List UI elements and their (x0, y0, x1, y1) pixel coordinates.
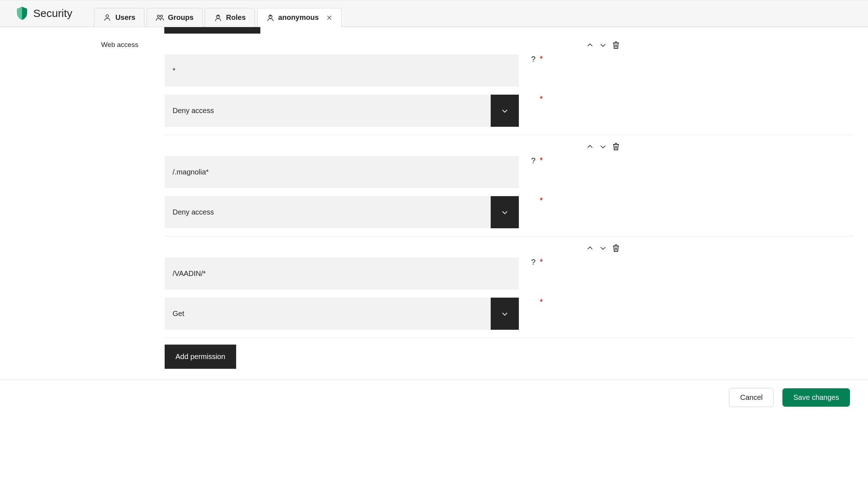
tab-roles[interactable]: Roles (205, 8, 255, 27)
help-icon[interactable]: ? (531, 55, 535, 64)
help-icon[interactable]: ? (531, 258, 535, 267)
permission-row: ? * Get ? * (165, 243, 854, 338)
role-icon (214, 14, 222, 22)
tab-label: Users (115, 13, 135, 22)
required-indicator: * (540, 196, 543, 204)
access-select-label: Deny access (165, 196, 491, 228)
row-controls (165, 142, 628, 152)
required-indicator: * (540, 156, 543, 164)
tab-groups[interactable]: Groups (147, 8, 203, 27)
cropped-element-remnant (164, 27, 260, 34)
delete-button[interactable] (611, 243, 621, 253)
shield-icon (16, 6, 28, 21)
tab-users[interactable]: Users (94, 8, 144, 27)
tab-anonymous[interactable]: anonymous (257, 8, 342, 27)
svg-point-6 (269, 15, 272, 18)
permission-row: ? * Deny access ? * (165, 40, 854, 135)
footer-actions: Cancel Save changes (0, 380, 868, 415)
tab-label: Groups (168, 13, 194, 22)
access-select-label: Get (165, 298, 491, 330)
required-indicator: * (540, 95, 543, 103)
move-down-button[interactable] (598, 40, 608, 50)
save-button[interactable]: Save changes (782, 388, 850, 407)
permission-row: ? * Deny access ? * (165, 142, 854, 237)
delete-button[interactable] (611, 142, 621, 152)
move-up-button[interactable] (585, 40, 595, 50)
user-icon (103, 14, 112, 22)
header-bar: Security Users Groups (0, 3, 868, 27)
chevron-down-icon (491, 298, 519, 330)
tab-label: Roles (226, 13, 246, 22)
app-title: Security (33, 7, 72, 20)
tab-bar: Users Groups Roles (94, 8, 343, 26)
path-input[interactable] (165, 156, 519, 188)
chevron-down-icon (491, 95, 519, 127)
chevron-down-icon (491, 196, 519, 228)
tab-label: anonymous (278, 13, 319, 22)
required-indicator: * (540, 298, 543, 306)
svg-point-0 (106, 14, 109, 17)
close-icon[interactable] (326, 14, 333, 21)
move-down-button[interactable] (598, 142, 608, 152)
svg-point-4 (217, 15, 220, 18)
users-icon (156, 14, 164, 22)
access-select[interactable]: Get (165, 298, 519, 330)
help-icon[interactable]: ? (531, 156, 535, 165)
move-up-button[interactable] (585, 142, 595, 152)
required-indicator: * (540, 258, 543, 266)
access-select[interactable]: Deny access (165, 196, 519, 228)
access-select[interactable]: Deny access (165, 95, 519, 127)
move-up-button[interactable] (585, 243, 595, 253)
access-select-label: Deny access (165, 95, 491, 127)
path-input[interactable] (165, 55, 519, 87)
row-controls (165, 40, 628, 50)
svg-point-1 (157, 15, 160, 17)
svg-point-2 (160, 15, 162, 17)
row-controls (165, 243, 628, 253)
app-title-group: Security (16, 6, 72, 26)
path-input[interactable] (165, 258, 519, 290)
move-down-button[interactable] (598, 243, 608, 253)
cancel-button[interactable]: Cancel (729, 388, 774, 407)
delete-button[interactable] (611, 40, 621, 50)
required-indicator: * (540, 55, 543, 63)
role-icon (266, 14, 275, 22)
add-permission-button[interactable]: Add permission (165, 345, 236, 369)
